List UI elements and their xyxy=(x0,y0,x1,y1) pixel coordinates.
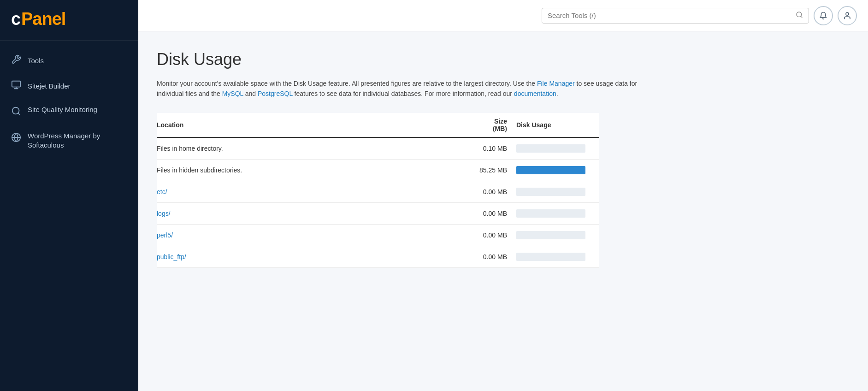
cell-usage xyxy=(516,224,599,246)
cell-size: 0.10 MB xyxy=(470,137,516,160)
table-row: etc/0.00 MB xyxy=(157,181,599,202)
sidebar-item-tools-label: Tools xyxy=(28,57,44,65)
content-area: Disk Usage Monitor your account's availa… xyxy=(138,31,868,391)
table-row: perl5/0.00 MB xyxy=(157,224,599,246)
col-location: Location xyxy=(157,113,470,137)
col-usage: Disk Usage xyxy=(516,113,599,137)
search-bar[interactable] xyxy=(542,8,809,24)
sidebar-item-sitequality-label: Site Quality Monitoring xyxy=(28,105,97,114)
mysql-link[interactable]: MySQL xyxy=(222,90,243,97)
sidebar-nav: Tools Sitejet Builder Site Quality Monit… xyxy=(0,41,138,163)
location-link[interactable]: public_ftp/ xyxy=(157,253,186,261)
tools-icon xyxy=(11,54,21,67)
cell-size: 85.25 MB xyxy=(470,159,516,181)
bar-container xyxy=(516,166,585,174)
search-input[interactable] xyxy=(548,12,792,19)
cell-location[interactable]: etc/ xyxy=(157,181,470,202)
svg-text:Panel: Panel xyxy=(21,9,65,29)
location-link[interactable]: logs/ xyxy=(157,210,171,217)
cell-location: Files in home directory. xyxy=(157,137,470,160)
sidebar-item-tools[interactable]: Tools xyxy=(0,48,138,73)
location-link[interactable]: etc/ xyxy=(157,188,167,196)
file-manager-link[interactable]: File Manager xyxy=(537,80,575,87)
sidebar: c Panel Tools Sitejet Builder xyxy=(0,0,138,391)
cell-size: 0.00 MB xyxy=(470,202,516,224)
sitejet-icon xyxy=(11,80,21,92)
documentation-link[interactable]: documentation xyxy=(514,90,556,97)
cpanel-logo-text: c Panel xyxy=(11,8,127,32)
desc-text-4: features to see data for individual data… xyxy=(293,90,514,97)
postgresql-link[interactable]: PostgreSQL xyxy=(258,90,293,97)
desc-text-5: . xyxy=(556,90,558,97)
bar-container xyxy=(516,144,585,153)
header xyxy=(138,0,868,31)
bar-container xyxy=(516,231,585,239)
wordpress-icon xyxy=(11,132,21,145)
bar-container xyxy=(516,209,585,218)
cell-size: 0.00 MB xyxy=(470,181,516,202)
table-row: Files in hidden subdirectories.85.25 MB xyxy=(157,159,599,181)
svg-rect-2 xyxy=(12,81,20,87)
sidebar-logo: c Panel xyxy=(0,0,138,41)
sidebar-item-sitejet-label: Sitejet Builder xyxy=(28,82,71,90)
desc-text-1: Monitor your account's available space w… xyxy=(157,80,537,87)
svg-point-10 xyxy=(846,12,849,15)
cell-usage xyxy=(516,246,599,267)
svg-line-6 xyxy=(18,113,20,115)
table-row: Files in home directory.0.10 MB xyxy=(157,137,599,160)
cell-usage xyxy=(516,137,599,160)
cell-size: 0.00 MB xyxy=(470,246,516,267)
cell-location: Files in hidden subdirectories. xyxy=(157,159,470,181)
table-header-row: Location Size(MB) Disk Usage xyxy=(157,113,599,137)
notifications-button[interactable] xyxy=(814,6,833,25)
disk-usage-table: Location Size(MB) Disk Usage Files in ho… xyxy=(157,113,599,268)
location-link[interactable]: perl5/ xyxy=(157,231,173,239)
cell-location[interactable]: public_ftp/ xyxy=(157,246,470,267)
svg-line-9 xyxy=(801,16,802,18)
sidebar-item-wordpress-label: WordPress Manager by Softaculous xyxy=(28,131,127,149)
description: Monitor your account's available space w… xyxy=(157,78,664,99)
cell-usage xyxy=(516,181,599,202)
table-row: public_ftp/0.00 MB xyxy=(157,246,599,267)
cell-usage xyxy=(516,159,599,181)
main-area: Disk Usage Monitor your account's availa… xyxy=(138,0,868,391)
sitequality-icon xyxy=(11,106,21,118)
cell-location[interactable]: logs/ xyxy=(157,202,470,224)
table-row: logs/0.00 MB xyxy=(157,202,599,224)
cell-usage xyxy=(516,202,599,224)
sidebar-item-sitequality[interactable]: Site Quality Monitoring xyxy=(0,99,138,125)
sidebar-item-sitejet[interactable]: Sitejet Builder xyxy=(0,73,138,99)
bar-container xyxy=(516,188,585,196)
bar-fill xyxy=(516,166,585,174)
col-size: Size(MB) xyxy=(470,113,516,137)
sidebar-item-wordpress[interactable]: WordPress Manager by Softaculous xyxy=(0,125,138,156)
desc-text-3: and xyxy=(243,90,258,97)
cell-location[interactable]: perl5/ xyxy=(157,224,470,246)
search-icon xyxy=(796,11,803,20)
svg-text:c: c xyxy=(11,9,21,29)
user-button[interactable] xyxy=(838,6,857,25)
page-title: Disk Usage xyxy=(157,50,846,69)
bar-container xyxy=(516,253,585,261)
cell-size: 0.00 MB xyxy=(470,224,516,246)
